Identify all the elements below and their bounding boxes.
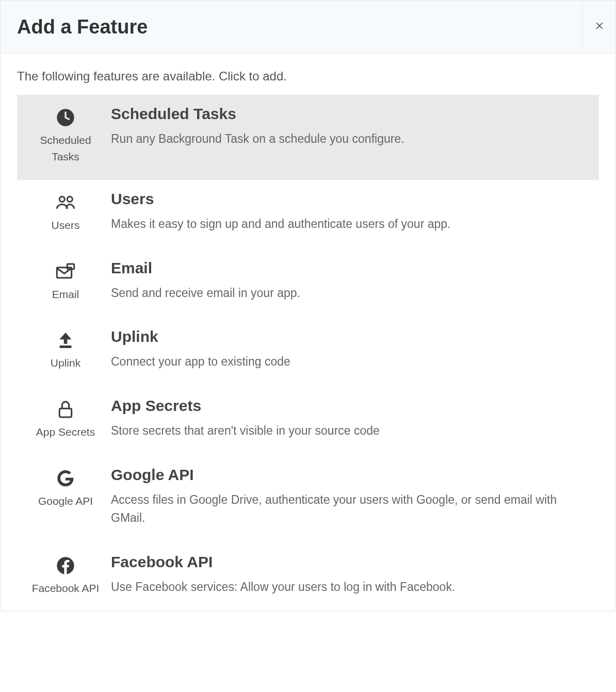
svg-rect-6 (67, 264, 74, 269)
feature-text: Facebook API Use Facebook services: Allo… (106, 553, 591, 597)
feature-users[interactable]: Users Users Makes it easy to sign up and… (17, 180, 599, 249)
feature-facebook-api[interactable]: Facebook API Facebook API Use Facebook s… (17, 543, 599, 601)
feature-title: Email (111, 259, 591, 277)
upload-icon (54, 329, 77, 352)
feature-icon-label: Users (52, 217, 80, 234)
feature-description: Access files in Google Drive, authentica… (111, 491, 591, 528)
feature-title: Facebook API (111, 553, 591, 571)
feature-text: Scheduled Tasks Run any Background Task … (106, 105, 591, 149)
close-button[interactable] (582, 1, 615, 53)
clock-icon (54, 106, 77, 129)
svg-point-3 (59, 196, 64, 202)
feature-icon-col: Facebook API (25, 553, 106, 597)
feature-email[interactable]: Email Email Send and receive email in yo… (17, 249, 599, 318)
intro-text: The following features are available. Cl… (17, 69, 599, 84)
feature-icon-label: Google API (38, 493, 93, 509)
feature-icon-label: Facebook API (32, 580, 100, 597)
feature-icon-col: App Secrets (25, 397, 106, 440)
svg-rect-7 (59, 345, 71, 348)
feature-title: Uplink (111, 328, 591, 345)
feature-description: Store secrets that aren't visible in you… (111, 422, 591, 440)
facebook-icon (54, 554, 77, 577)
feature-text: Google API Access files in Google Drive,… (106, 466, 591, 528)
feature-description: Use Facebook services: Allow your users … (111, 578, 591, 597)
feature-description: Connect your app to existing code (111, 353, 591, 371)
feature-icon-col: Users (25, 190, 106, 234)
feature-list: Scheduled Tasks Scheduled Tasks Run any … (17, 95, 599, 600)
dialog-header: Add a Feature (1, 1, 615, 54)
dialog-body: The following features are available. Cl… (1, 54, 615, 611)
users-icon (54, 191, 77, 214)
close-icon (594, 21, 605, 34)
feature-icon-col: Scheduled Tasks (25, 105, 106, 164)
feature-text: App Secrets Store secrets that aren't vi… (106, 397, 591, 440)
feature-icon-col: Google API (25, 466, 106, 509)
feature-app-secrets[interactable]: App Secrets App Secrets Store secrets th… (17, 387, 599, 456)
feature-title: App Secrets (111, 397, 591, 415)
feature-uplink[interactable]: Uplink Uplink Connect your app to existi… (17, 318, 599, 387)
feature-text: Users Makes it easy to sign up and and a… (106, 190, 591, 234)
feature-icon-label: App Secrets (36, 424, 95, 440)
feature-title: Google API (111, 466, 591, 484)
feature-description: Run any Background Task on a schedule yo… (111, 130, 591, 149)
feature-icon-label: Email (52, 286, 79, 303)
feature-icon-label: Scheduled Tasks (25, 132, 106, 164)
email-icon (54, 260, 77, 283)
add-feature-dialog: Add a Feature The following features are… (0, 0, 616, 611)
feature-description: Send and receive email in your app. (111, 284, 591, 303)
feature-google-api[interactable]: Google API Google API Access files in Go… (17, 456, 599, 543)
feature-text: Email Send and receive email in your app… (106, 259, 591, 303)
svg-point-4 (67, 196, 72, 202)
feature-title: Users (111, 190, 591, 208)
dialog-title: Add a Feature (17, 16, 148, 38)
feature-icon-col: Uplink (25, 328, 106, 371)
feature-description: Makes it easy to sign up and and authent… (111, 215, 591, 234)
google-icon (54, 467, 77, 490)
svg-rect-8 (59, 408, 71, 417)
feature-text: Uplink Connect your app to existing code (106, 328, 591, 371)
feature-icon-label: Uplink (51, 355, 80, 371)
feature-icon-col: Email (25, 259, 106, 303)
feature-scheduled-tasks[interactable]: Scheduled Tasks Scheduled Tasks Run any … (17, 95, 599, 180)
feature-title: Scheduled Tasks (111, 105, 591, 123)
lock-icon (54, 398, 77, 421)
